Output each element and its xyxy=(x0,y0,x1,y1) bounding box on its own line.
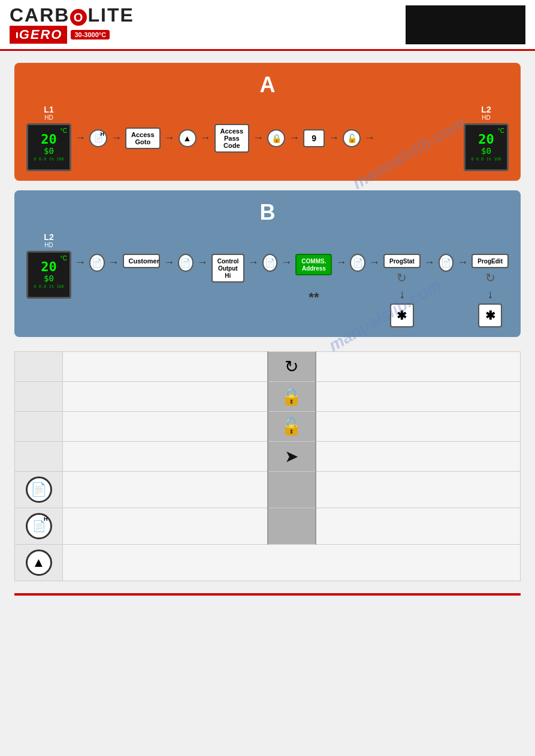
b-arrow-6: → xyxy=(281,256,292,269)
lcd-l1-temp: 20 xyxy=(41,133,57,146)
b-arrow-9: → xyxy=(424,256,435,269)
b-file-btn-1[interactable]: 📄 xyxy=(89,254,105,272)
b-file-icon-5: 📄 xyxy=(441,258,451,268)
lock-closed-icon-legend: 🔒 xyxy=(276,387,308,406)
legend-divider-1: ↻ xyxy=(268,352,316,382)
legend-desc-left-2 xyxy=(63,382,268,412)
zone-l2-a-title: L2 xyxy=(464,105,509,114)
legend-icon-cell-7: ▲ xyxy=(15,545,63,581)
access-goto-btn[interactable]: Access Goto xyxy=(125,127,161,149)
up-arrow-btn[interactable]: ▲ xyxy=(179,129,197,147)
legend-desc-left-5 xyxy=(63,472,268,508)
b-file-btn-4[interactable]: 📄 xyxy=(350,254,365,272)
b-file-icon-2: 📄 xyxy=(180,258,191,268)
legend-row-6: 📄H xyxy=(15,508,521,545)
header-black-box xyxy=(406,5,525,44)
b-arrow-2: → xyxy=(108,256,119,269)
b-arrow-3: → xyxy=(164,256,174,269)
legend-divider-5 xyxy=(268,472,316,508)
file-icon-legend: 📄 xyxy=(26,476,52,503)
progedit-down-arrow: ↓ xyxy=(487,287,493,301)
progstat-down-arrow: ↓ xyxy=(399,287,405,301)
arrow-5: → xyxy=(253,132,264,144)
zone-l2-a-subtitle: HD xyxy=(464,114,509,121)
customer-btn[interactable]: Customer xyxy=(123,254,161,268)
header: CARBOLITE ▐ GERO 30-3000°C xyxy=(0,0,535,51)
progedit-asterisk-box[interactable]: ✱ xyxy=(478,303,502,327)
zone-l2-a: L2 HD °C 20 $0 0 0.0 1% 100 xyxy=(464,105,509,171)
legend-icon-cell-5: 📄 xyxy=(15,472,63,508)
b-file-icon-1: 📄 xyxy=(92,258,102,268)
control-output-hi-btn[interactable]: Control Output Hi xyxy=(211,254,244,283)
zone-l1-subtitle: HD xyxy=(26,114,71,121)
gero-logo: GERO xyxy=(19,27,63,42)
legend-desc-left-1 xyxy=(63,352,268,382)
b-file-btn-2[interactable]: 📄 xyxy=(178,254,194,272)
arrow-6: → xyxy=(289,132,300,144)
legend-desc-right-6 xyxy=(316,508,521,545)
logo: CARBOLITE ▐ GERO 30-3000°C xyxy=(10,5,134,44)
arrow-2: → xyxy=(111,132,122,144)
number-box[interactable]: 9 xyxy=(303,129,325,147)
gero-row: ▐ GERO 30-3000°C xyxy=(10,26,134,44)
comms-address-btn[interactable]: COMMS. Address xyxy=(295,254,332,275)
lock-open-icon-legend: 🔓 xyxy=(276,417,308,436)
legend-desc-right-5 xyxy=(316,472,521,508)
legend-table: ↻ 🔒 🔓 xyxy=(14,351,521,581)
legend-row-7: ▲ xyxy=(15,545,521,581)
lcd-l1: °C 20 $0 0 0.0 1% 100 xyxy=(26,123,71,171)
comms-col: COMMS. Address ** xyxy=(295,232,332,305)
lcd-l2-a-power: $0 xyxy=(481,146,491,156)
section-b-flow-top: L2 HD °C 20 $0 0 0.0 1% 100 → 📄 → Custom… xyxy=(26,232,509,327)
b-arrow-4: → xyxy=(197,256,208,269)
access-passcode-btn[interactable]: Access Pass Code xyxy=(214,124,250,153)
lcd-l2-b: °C 20 $0 0 0.0 1% 100 xyxy=(26,251,71,299)
up-arrow-icon: ▲ xyxy=(183,133,192,143)
refresh-icon-legend: ↻ xyxy=(276,357,308,377)
lock-open-1[interactable]: 🔓 xyxy=(343,129,361,147)
legend-row-3: 🔓 xyxy=(15,412,521,442)
legend-icon-cell-6: 📄H xyxy=(15,508,63,545)
circle-h-btn[interactable]: 📄 H xyxy=(89,129,107,147)
lock-closed-1[interactable]: 🔒 xyxy=(267,129,285,147)
legend-divider-4: ➤ xyxy=(268,442,316,472)
lcd-l2-b-temp: 20 xyxy=(41,260,57,274)
legend-row-4: ➤ xyxy=(15,442,521,472)
lcd-l2-a: °C 20 $0 0 0.0 1% 100 xyxy=(464,123,509,171)
double-asterisk: ** xyxy=(309,290,319,305)
arrow-right-icon-legend: ➤ xyxy=(276,447,308,466)
legend-left-cell-1 xyxy=(15,352,63,382)
legend-desc-right-3 xyxy=(316,412,521,442)
legend-divider-3: 🔓 xyxy=(268,412,316,442)
progstat-refresh-icon: ↻ xyxy=(397,271,407,285)
progedit-btn[interactable]: ProgEdit xyxy=(471,254,509,268)
lock-closed-icon-1: 🔒 xyxy=(271,133,282,143)
zone-l2-b: L2 HD °C 20 $0 0 0.0 1% 100 xyxy=(26,232,71,299)
zone-l1: L1 HD °C 20 $0 0 0.0 1% 100 xyxy=(26,105,71,171)
section-a-flow: L1 HD °C 20 $0 0 0.0 1% 100 → 📄 H → Acc xyxy=(26,105,509,171)
section-a: manualslib.com A L1 HD °C 20 $0 0 0.0 1%… xyxy=(14,63,521,181)
arrow-4: → xyxy=(200,132,211,144)
b-arrow-5: → xyxy=(248,256,259,269)
main-content: manualslib.com A L1 HD °C 20 $0 0 0.0 1%… xyxy=(0,51,535,608)
progstat-asterisk: ✱ xyxy=(397,308,407,323)
zone-l2-b-title: L2 xyxy=(26,232,71,242)
arrow-1: → xyxy=(75,132,86,144)
lcd-l2-b-power: $0 xyxy=(44,274,54,283)
b-file-btn-3[interactable]: 📄 xyxy=(262,254,278,272)
up-arrow-icon-legend: ▲ xyxy=(26,549,52,576)
zone-l2-b-subtitle: HD xyxy=(26,242,71,248)
progstat-asterisk-box[interactable]: ✱ xyxy=(390,303,414,327)
section-a-label: A xyxy=(26,72,509,98)
lock-open-icon-1: 🔓 xyxy=(347,133,357,143)
legend-left-cell-2 xyxy=(15,382,63,412)
h-label: H xyxy=(101,131,105,137)
section-b-label: B xyxy=(26,200,509,225)
b-file-btn-5[interactable]: 📄 xyxy=(439,254,454,272)
lcd-l1-power: $0 xyxy=(44,146,54,156)
carbolite-logo: CARBOLITE xyxy=(10,5,134,26)
section-b: manualslib.com B L2 HD °C 20 $0 0 0.0 1%… xyxy=(14,190,521,337)
lcd-l2-a-icon: °C xyxy=(498,127,504,134)
progstat-btn[interactable]: ProgStat xyxy=(383,254,421,268)
legend-desc-left-6 xyxy=(63,508,268,545)
